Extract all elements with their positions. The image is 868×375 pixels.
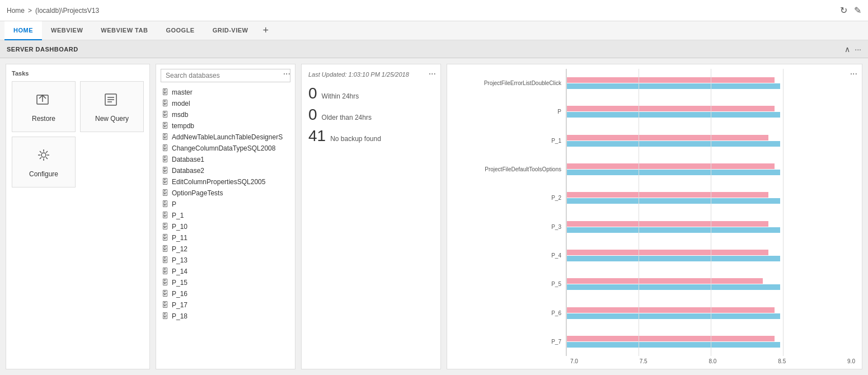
- bar-blue: [566, 198, 780, 204]
- list-item[interactable]: 🗄P_13: [156, 255, 295, 266]
- tab-grid-view[interactable]: GRID-VIEW: [204, 21, 257, 40]
- db-icon: 🗄: [162, 156, 168, 163]
- restore-button[interactable]: Restore: [12, 81, 76, 132]
- db-name: ChangeColumnDataTypeSQL2008: [172, 144, 275, 152]
- list-item[interactable]: 🗄P_11: [156, 232, 295, 243]
- section-menu-button[interactable]: ···: [855, 45, 861, 54]
- list-item[interactable]: 🗄ChangeColumnDataTypeSQL2008: [156, 143, 295, 154]
- breadcrumb-home[interactable]: Home: [7, 7, 25, 15]
- list-item[interactable]: 🗄P_1: [156, 210, 295, 221]
- edit-button[interactable]: ✎: [854, 5, 861, 16]
- list-item[interactable]: 🗄Database1: [156, 154, 295, 165]
- backup-stat-row: 0Older than 24hrs: [308, 106, 434, 124]
- list-item[interactable]: 🗄P_12: [156, 243, 295, 255]
- x-axis-label: 8.5: [778, 358, 786, 364]
- backup-last-updated: Last Updated: 1:03:10 PM 1/25/2018: [308, 71, 434, 78]
- tab-google[interactable]: GOOGLE: [157, 21, 203, 40]
- db-icon: 🗄: [162, 88, 168, 96]
- bar-pink: [566, 221, 768, 227]
- db-name: P_15: [172, 279, 187, 287]
- bar-blue: [566, 170, 780, 175]
- db-name: P_18: [172, 312, 187, 320]
- tab-webview-tab[interactable]: WEBVIEW TAB: [92, 21, 157, 40]
- db-panel: ··· 🗄master🗄model🗄msdb🗄tempdb🗄AddNewTabl…: [156, 64, 295, 369]
- chart-bars-area: [566, 69, 855, 356]
- db-name: P_13: [172, 256, 187, 264]
- backup-panel-menu-button[interactable]: ···: [429, 69, 436, 79]
- list-item[interactable]: 🗄OptionPageTests: [156, 187, 295, 199]
- chart-panel: ··· ProjectFileErrorListDoubleClickPP_1P…: [447, 64, 862, 369]
- db-name: AddNewTableLaunchTableDesignerS: [172, 133, 283, 141]
- list-item[interactable]: 🗄P_10: [156, 221, 295, 232]
- tab-webview[interactable]: WEBVIEW: [42, 21, 92, 40]
- db-icon: 🗄: [162, 290, 168, 298]
- db-icon: 🗄: [162, 234, 168, 242]
- db-name: P: [172, 200, 176, 208]
- backup-num: 41: [308, 127, 326, 145]
- db-icon: 🗄: [162, 178, 168, 186]
- section-header: SERVER DASHBOARD ∧ ···: [0, 40, 868, 58]
- section-collapse-button[interactable]: ∧: [844, 45, 850, 54]
- chart-label: P_6: [454, 309, 561, 317]
- list-item[interactable]: 🗄master: [156, 87, 295, 98]
- list-item[interactable]: 🗄P_14: [156, 266, 295, 277]
- list-item[interactable]: 🗄msdb: [156, 109, 295, 120]
- list-item[interactable]: 🗄P_18: [156, 311, 295, 322]
- restore-label: Restore: [32, 115, 55, 123]
- configure-button[interactable]: Configure: [12, 137, 76, 187]
- db-icon: 🗄: [162, 268, 168, 275]
- bar-blue: [566, 256, 780, 261]
- db-search: [156, 64, 295, 87]
- list-item[interactable]: 🗄EditColumnPropertiesSQL2005: [156, 176, 295, 187]
- search-input[interactable]: [161, 69, 290, 82]
- bar-blue: [566, 112, 780, 118]
- chart-label: P_3: [454, 223, 561, 231]
- tab-home[interactable]: HOME: [4, 21, 42, 40]
- chart-labels: ProjectFileErrorListDoubleClickPP_1Proje…: [454, 69, 566, 356]
- db-panel-menu-button[interactable]: ···: [283, 69, 290, 79]
- db-icon: 🗄: [162, 212, 168, 219]
- restore-icon: [35, 91, 53, 111]
- bar-blue: [566, 342, 780, 348]
- db-name: model: [172, 100, 190, 107]
- backup-desc: Older than 24hrs: [322, 114, 372, 121]
- refresh-button[interactable]: ↻: [840, 5, 847, 16]
- chart-label: P_1: [454, 137, 561, 145]
- list-item[interactable]: 🗄P_17: [156, 299, 295, 311]
- add-tab-button[interactable]: +: [257, 21, 274, 40]
- chart-grid-line: [639, 69, 639, 356]
- bar-pink: [566, 336, 775, 341]
- list-item[interactable]: 🗄P_15: [156, 277, 295, 288]
- breadcrumb: Home > (localdb)\ProjectsV13: [7, 7, 99, 15]
- db-name: Database2: [172, 167, 204, 175]
- db-icon: 🗄: [162, 100, 168, 107]
- new-query-button[interactable]: New Query: [80, 81, 144, 132]
- backup-stat-row: 0Within 24hrs: [308, 85, 434, 102]
- x-axis-label: 7.0: [570, 358, 578, 364]
- bar-pink: [566, 106, 775, 111]
- chart-x-axis: 7.07.58.08.59.0: [454, 356, 855, 364]
- chart-label: P_4: [454, 251, 561, 260]
- db-icon: 🗄: [162, 133, 168, 141]
- list-item[interactable]: 🗄P: [156, 199, 295, 210]
- list-item[interactable]: 🗄Database2: [156, 165, 295, 176]
- backup-desc: Within 24hrs: [322, 92, 359, 100]
- list-item[interactable]: 🗄P_16: [156, 288, 295, 299]
- db-icon: 🗄: [162, 223, 168, 231]
- db-name: P_16: [172, 290, 187, 298]
- list-item[interactable]: 🗄model: [156, 98, 295, 109]
- chart-grid-line: [711, 69, 711, 356]
- bar-blue: [566, 141, 780, 147]
- db-icon: 🗄: [162, 256, 168, 264]
- db-list[interactable]: 🗄master🗄model🗄msdb🗄tempdb🗄AddNewTableLau…: [156, 87, 295, 369]
- db-name: P_1: [172, 212, 184, 219]
- tasks-panel: Tasks Restore: [6, 64, 150, 369]
- list-item[interactable]: 🗄AddNewTableLaunchTableDesignerS: [156, 132, 295, 143]
- x-axis-label: 9.0: [847, 358, 855, 364]
- section-title: SERVER DASHBOARD: [7, 46, 78, 53]
- list-item[interactable]: 🗄tempdb: [156, 120, 295, 132]
- chart-label: P: [454, 107, 561, 116]
- db-name: master: [172, 88, 193, 96]
- chart-label: P_5: [454, 280, 561, 288]
- db-icon: 🗄: [162, 144, 168, 152]
